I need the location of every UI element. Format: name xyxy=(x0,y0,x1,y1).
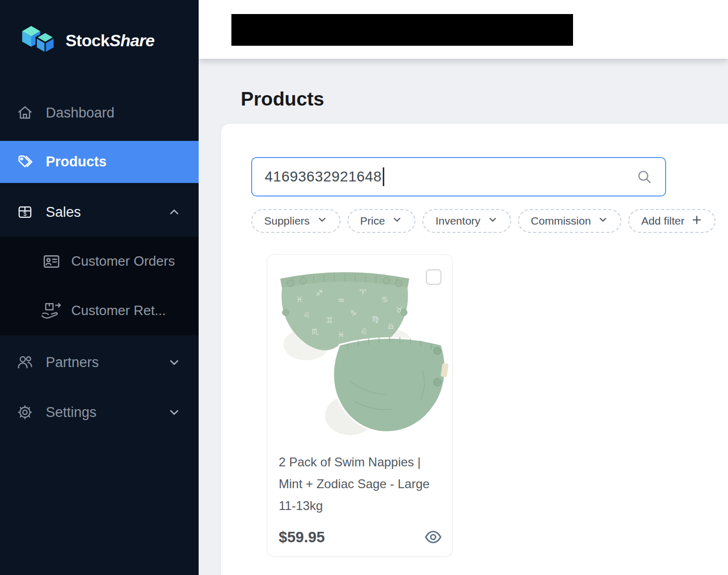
product-footer: $59.95 xyxy=(279,528,442,546)
sidebar-item-label: Sales xyxy=(46,204,81,220)
svg-text:♈: ♈ xyxy=(359,288,366,297)
product-title: 2 Pack of Swim Nappies | Mint + Zodiac S… xyxy=(279,451,444,517)
svg-text:♓: ♓ xyxy=(296,295,303,304)
chevron-down-icon xyxy=(597,214,608,228)
sidebar: StockShare Dashboard xyxy=(0,0,199,575)
sidebar-item-sales[interactable]: $ Sales xyxy=(0,188,199,237)
chevron-down-icon xyxy=(317,214,328,228)
products-panel: 41693632921648 Suppliers Price xyxy=(221,124,728,575)
svg-text:♌: ♌ xyxy=(303,310,310,320)
eye-icon[interactable] xyxy=(424,528,442,546)
filter-inventory[interactable]: Inventory xyxy=(422,209,511,233)
sidebar-item-label: Customer Orders xyxy=(71,253,175,269)
sales-box-icon: $ xyxy=(16,204,34,220)
brand-name-share: Share xyxy=(110,31,154,50)
filter-label: Commission xyxy=(531,215,591,227)
chevron-down-icon xyxy=(167,406,181,419)
sidebar-item-products[interactable]: Products xyxy=(0,141,199,183)
plus-icon xyxy=(691,214,703,228)
search-input-value: 41693632921648 xyxy=(265,168,382,185)
people-icon xyxy=(16,354,34,371)
sidebar-item-label: Dashboard xyxy=(46,105,114,121)
brand-logo[interactable]: StockShare xyxy=(20,24,154,57)
sidebar-nav: Dashboard Products $ xyxy=(0,88,199,437)
tag-icon xyxy=(16,154,34,171)
brand-name: StockShare xyxy=(66,31,154,50)
sidebar-item-label: Products xyxy=(46,154,107,170)
sidebar-item-label: Settings xyxy=(46,404,97,421)
home-icon xyxy=(16,104,34,121)
sales-submenu: Customer Orders Customer Ret... xyxy=(0,237,199,335)
add-filter-label: Add filter xyxy=(641,215,684,227)
svg-text:♒: ♒ xyxy=(337,296,344,305)
product-card[interactable]: ♓♐♒ ♈♋♉ ♌♊♑ ♍♎♏ ♓♌ xyxy=(267,254,453,557)
svg-text:♐: ♐ xyxy=(316,289,322,298)
chevron-down-icon xyxy=(167,356,181,369)
sidebar-item-label: Customer Ret... xyxy=(71,303,166,319)
filter-label: Suppliers xyxy=(264,215,310,227)
main-area: Products 41693632921648 Suppliers Price xyxy=(199,0,728,575)
svg-text:♏: ♏ xyxy=(311,327,319,336)
product-select-checkbox[interactable] xyxy=(426,269,441,285)
stockshare-cubes-icon xyxy=(20,24,57,57)
page-title: Products xyxy=(241,88,324,110)
svg-text:♊: ♊ xyxy=(326,316,333,325)
add-filter-button[interactable]: Add filter xyxy=(628,209,716,233)
sidebar-item-settings[interactable]: Settings xyxy=(0,387,199,437)
filter-commission[interactable]: Commission xyxy=(518,209,622,233)
package-return-icon xyxy=(40,301,63,321)
redacted-block xyxy=(231,14,573,46)
svg-text:♑: ♑ xyxy=(350,308,357,318)
search-input[interactable]: 41693632921648 xyxy=(251,157,666,197)
sidebar-item-customer-returns[interactable]: Customer Ret... xyxy=(0,286,199,335)
sidebar-item-customer-orders[interactable]: Customer Orders xyxy=(0,237,199,286)
filter-suppliers[interactable]: Suppliers xyxy=(251,209,341,233)
svg-text:♌: ♌ xyxy=(360,327,367,336)
sidebar-item-label: Partners xyxy=(46,355,99,371)
svg-text:♓: ♓ xyxy=(337,330,344,339)
sidebar-item-dashboard[interactable]: Dashboard xyxy=(0,88,199,138)
filter-label: Inventory xyxy=(435,215,480,227)
svg-text:♎: ♎ xyxy=(387,322,394,331)
magnifier-icon[interactable] xyxy=(636,168,653,185)
sidebar-item-partners[interactable]: Partners xyxy=(0,337,199,387)
top-header xyxy=(199,0,728,59)
product-price: $59.95 xyxy=(279,529,325,546)
brand-name-stock: Stock xyxy=(66,31,110,50)
chevron-up-icon xyxy=(167,205,181,219)
product-image: ♓♐♒ ♈♋♉ ♌♊♑ ♍♎♏ ♓♌ xyxy=(272,260,449,443)
app-root: StockShare Dashboard xyxy=(0,0,728,575)
filter-bar: Suppliers Price Inventory Commission Add… xyxy=(251,209,716,233)
id-card-icon xyxy=(40,252,63,271)
svg-text:♋: ♋ xyxy=(381,295,388,304)
svg-text:♍: ♍ xyxy=(372,315,379,324)
chevron-down-icon xyxy=(487,214,498,228)
chevron-down-icon xyxy=(392,214,402,228)
text-caret xyxy=(383,167,384,186)
gear-icon xyxy=(16,404,34,421)
svg-text:$: $ xyxy=(23,211,27,217)
filter-label: Price xyxy=(360,215,385,227)
filter-price[interactable]: Price xyxy=(347,209,416,233)
